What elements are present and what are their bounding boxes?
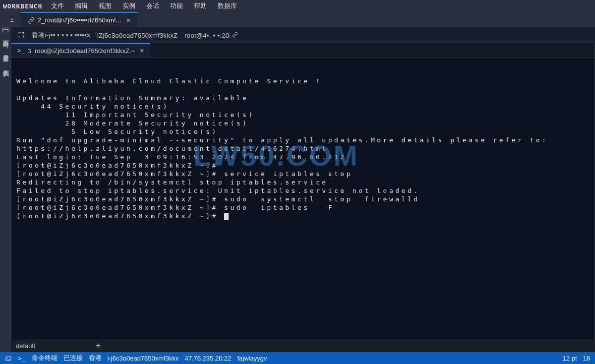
left-sidebar: 当前页面 最近登录 我的实例 [0,12,11,352]
terminal-tab-row: >_ 3. root@iZj6c3o0ead7650xmf3kkxZ:~ × [11,43,595,58]
menu-view[interactable]: 视图 [99,1,112,10]
status-bar: >_ 命令终端 已连接 香港 i-j6c3o0ead7650xmf3kkx 47… [0,352,595,364]
terminal-body[interactable]: Welcome to Alibaba Cloud Elastic Compute… [11,58,595,352]
menu-database[interactable]: 数据库 [218,1,237,10]
menu-session[interactable]: 会话 [146,1,159,10]
main-tab-label: 2_root@iZj6c▪▪▪▪▪d7650xmf... [38,16,121,24]
menu-file[interactable]: 文件 [51,1,64,10]
app-brand: WORKBENCH [3,2,42,10]
status-tail-number: 18 [583,355,590,362]
main-tab-active[interactable]: 2_root@iZj6c▪▪▪▪▪d7650xmf... × [21,12,137,27]
menu-instance[interactable]: 实例 [122,1,135,10]
status-region: 香港 [89,354,102,363]
status-connected: 已连接 [63,354,83,363]
side-my-instances[interactable]: 我的实例 [1,57,10,65]
terminal-line: Welcome to Alibaba Cloud Elastic Compute… [16,77,322,85]
svg-point-1 [3,43,7,47]
status-terminal-icon[interactable] [5,355,12,362]
crumb-region[interactable]: 香港i-j▪▪ ▪ ▪ ▪ ▪ ▪▪▪▪▪x [32,31,90,40]
terminal-line: [root@iZj6c3o0ead7650xmf3kkxZ ~]# [16,212,224,220]
terminal-line: [root@iZj6c3o0ead7650xmf3kkxZ ~]# servic… [16,170,353,178]
main-tab-row: 2_root@iZj6c▪▪▪▪▪d7650xmf... × [0,12,595,28]
status-prompt-icon: >_ [18,355,26,362]
terminal-line: Redirecting to /bin/systemctl stop iptab… [16,179,328,186]
terminal-line: [root@iZj6c3o0ead7650xmf3kkxZ ~]# [16,162,224,169]
crumb-instance[interactable]: iZj6c3o0ead7650xmf3kkxZ [97,32,178,39]
crumb-user-ip[interactable]: root@4▪. ▪ ▪.20 [184,32,238,39]
terminal-line: [root@iZj6c3o0ead7650xmf3kkxZ ~]# sudo i… [16,204,334,211]
status-instance: i-j6c3o0ead7650xmf3kkx [108,355,179,362]
open-link-icon[interactable] [232,32,238,39]
terminal-line: Failed to stop iptables.service: Unit ip… [16,187,420,194]
fullscreen-icon[interactable] [18,31,25,40]
terminal-line: 5 Low Security notice(s) [16,128,218,135]
terminal-line: 11 Important Security notice(s) [16,111,255,119]
terminal-tab-close-icon[interactable]: × [140,47,144,55]
terminal-line: https://help.aliyun.com/document_detail/… [16,145,328,152]
terminal-tab-label: 3. root@iZj6c3o0ead7650xmf3kkxZ:~ [27,47,135,55]
terminal-tab-active[interactable]: >_ 3. root@iZj6c3o0ead7650xmf3kkxZ:~ × [11,43,150,57]
svg-rect-3 [6,357,11,361]
menu-function[interactable]: 功能 [170,1,183,10]
side-current-page[interactable]: 当前页面 [1,27,10,36]
menu-bar: WORKBENCH 文件 编辑 视图 实例 会话 功能 帮助 数据库 [0,0,595,12]
terminal-line: Updates Information Summary: available [16,94,248,102]
add-session-icon[interactable]: + [96,341,101,351]
svg-rect-0 [3,28,8,32]
session-default[interactable]: default [16,342,35,350]
terminal-line: [root@iZj6c3o0ead7650xmf3kkxZ ~]# sudo s… [16,195,432,203]
side-recent-login[interactable]: 最近登录 [1,42,10,51]
status-font-size[interactable]: 12 pt [563,355,577,362]
terminal-line: 28 Moderate Security notice(s) [16,120,248,127]
status-terminal-label: 命令终端 [32,354,58,363]
terminal-line: 44 Security notice(s) [16,103,169,110]
status-ip-port: 47.76.235.20:22 [184,355,231,362]
terminal-line: Last login: Tue Sep 3 09:16:53 2024 from… [16,153,347,161]
bottom-sessions-bar: default + [0,339,595,352]
terminal-prompt-icon: >_ [17,47,24,54]
menu-help[interactable]: 帮助 [194,1,207,10]
status-hostname: fajwlayygv [237,355,267,362]
main-tab-close-icon[interactable]: × [126,16,130,24]
link-chain-icon [28,17,35,24]
breadcrumb: 香港i-j▪▪ ▪ ▪ ▪ ▪ ▪▪▪▪▪x iZj6c3o0ead7650xm… [11,28,595,43]
terminal-line: Run "dnf upgrade-minimal --security" to … [16,136,548,144]
menu-edit[interactable]: 编辑 [75,1,88,10]
terminal-cursor [224,213,229,220]
